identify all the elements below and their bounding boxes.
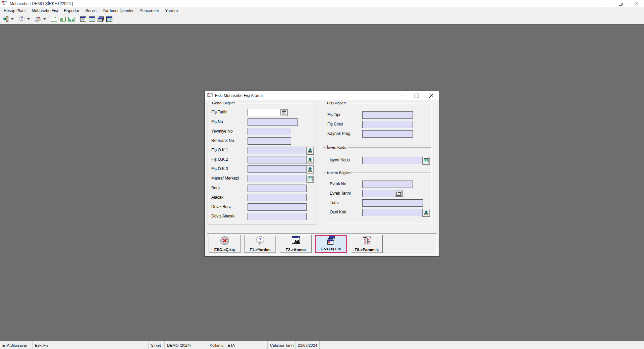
user-dropdown-arrow[interactable]: [42, 15, 47, 23]
status-company-name: ETA Bilgisayar: [0, 341, 33, 349]
calendar-icon[interactable]: [395, 191, 402, 197]
doviz-borc-field[interactable]: [248, 203, 307, 211]
stamp-lookup-icon[interactable]: [306, 165, 314, 173]
referans-no-field[interactable]: [248, 137, 291, 145]
grid-icon[interactable]: [105, 15, 114, 23]
f7-fis-listesi-button[interactable]: F7->Fiş Lis.: [315, 235, 347, 253]
field-label: Fiş Ö.K.1: [211, 148, 228, 152]
toolbar-separator: [115, 15, 115, 23]
exit-dropdown-arrow[interactable]: [10, 15, 14, 23]
fis-tipi-field[interactable]: [362, 111, 413, 119]
field-label: Fiş Tarihi: [211, 110, 227, 114]
dialog-icon: [207, 93, 213, 99]
parameters-icon: [361, 236, 373, 247]
stamp-lookup-icon[interactable]: [422, 209, 430, 217]
search-dialog: Eski Muhasebe Fişi Arama Genel Bilgiler …: [204, 91, 439, 257]
window-list-icon[interactable]: [58, 15, 67, 23]
window-new-icon[interactable]: [50, 15, 58, 23]
isyeri-kodu-field[interactable]: [362, 157, 430, 164]
user-icon[interactable]: [34, 15, 42, 23]
field-label: Tutar: [330, 200, 339, 205]
window-columns-icon[interactable]: [67, 15, 76, 23]
status-empty: [320, 341, 644, 349]
group-label: Kalem Bilgileri: [326, 170, 353, 175]
alacak-field[interactable]: [248, 194, 307, 201]
mdi-area: Eski Muhasebe Fişi Arama Genel Bilgiler …: [0, 24, 644, 341]
svg-text:?: ?: [21, 16, 23, 20]
calendar-icon[interactable]: [280, 109, 287, 115]
stamp-lookup-icon[interactable]: [306, 156, 314, 164]
menu-muhasebe-fisi[interactable]: Muhasebe Fişi: [29, 8, 61, 14]
stamp-lookup-icon[interactable]: [306, 147, 314, 155]
field-label: Referans No: [211, 138, 234, 143]
fis-cinsi-field[interactable]: [362, 121, 413, 128]
dialog-close-button[interactable]: [424, 91, 439, 100]
dialog-titlebar[interactable]: Eski Muhasebe Fişi Arama: [205, 91, 439, 100]
group-kalem-bilgileri: Kalem Bilgileri Evrak No Evrak Tarihi Tu…: [323, 173, 431, 223]
menu-servis[interactable]: Servis: [82, 8, 99, 14]
group-label: Fiş Bilgileri: [326, 101, 347, 105]
status-sirket-label: Şirket: [149, 341, 165, 349]
svg-text:?: ?: [259, 237, 262, 243]
help-dropdown-arrow[interactable]: [26, 15, 31, 23]
menu-raporlar[interactable]: Raporlar: [61, 8, 82, 14]
fis-ok1-field[interactable]: [248, 147, 314, 154]
menu-pencereler[interactable]: Pencereler: [137, 8, 162, 14]
doviz-alacak-field[interactable]: [248, 213, 307, 220]
close-button[interactable]: [629, 0, 644, 7]
documents-stack-icon[interactable]: [96, 15, 105, 23]
fis-ok3-field[interactable]: [248, 165, 314, 173]
field-label: Döviz Alacak: [211, 214, 234, 218]
masraf-merkezi-field[interactable]: [248, 175, 314, 182]
fis-ok2-field[interactable]: [248, 156, 314, 163]
borc-field[interactable]: [248, 185, 307, 192]
statusbar: ETA Bilgisayar Eski Fiş Şirket DEMO (202…: [0, 341, 644, 349]
minimize-button[interactable]: [598, 0, 613, 7]
table-lookup-icon[interactable]: [306, 175, 314, 183]
menu-hesap-plani[interactable]: Hesap Planı: [1, 8, 29, 14]
fis-no-field[interactable]: [248, 118, 298, 126]
toolbar: ?: [0, 14, 644, 24]
help-icon[interactable]: ?: [17, 15, 26, 23]
field-label: Alacak: [211, 195, 223, 200]
menu-yardimci-islemler[interactable]: Yardımcı İşlemler: [100, 8, 137, 14]
dialog-minimize-button[interactable]: [394, 91, 409, 100]
field-label: Borç: [211, 186, 220, 190]
fis-tarihi-field[interactable]: [248, 109, 288, 116]
window-title: Muhasebe [ DEMO ŞİRKETİ/2024 ]: [10, 1, 73, 6]
tutar-field[interactable]: [362, 199, 423, 207]
document-icon[interactable]: [79, 15, 88, 23]
field-label: İşyeri Kodu: [330, 158, 350, 162]
exit-icon[interactable]: [1, 15, 10, 23]
app-icon: [2, 1, 7, 7]
restore-button[interactable]: [613, 0, 629, 7]
field-label: Masraf Merkezi: [211, 176, 239, 181]
yevmiye-no-field[interactable]: [248, 128, 291, 135]
esc-cikis-button[interactable]: ESC->Çıkış: [209, 235, 240, 253]
evrak-no-field[interactable]: [362, 181, 413, 188]
ozel-kod-field[interactable]: [362, 209, 430, 216]
document-mosaic-icon[interactable]: [88, 15, 96, 23]
fis-list-icon: [326, 235, 337, 247]
dialog-maximize-button[interactable]: [409, 91, 424, 100]
toolbar-separator: [16, 15, 16, 23]
evrak-tarihi-field[interactable]: [362, 190, 402, 197]
toolbar-separator: [32, 15, 32, 23]
dialog-button-panel: ESC->Çıkış ? F1->Yardım F2->Arama F7->Fi…: [207, 233, 437, 255]
group-label: İşyeri Kodu: [326, 145, 348, 150]
f8-parametreler-button[interactable]: F8->Paramet.: [351, 235, 383, 253]
kaynak-prog-field[interactable]: [362, 130, 413, 138]
status-module: Eski Fiş: [33, 341, 149, 349]
group-genel-bilgiler: Genel Bilgiler Fiş Tarihi Fiş No Yevmiye…: [208, 103, 317, 225]
group-label: Genel Bilgiler: [211, 101, 236, 105]
status-kullanici-value: ETA: [225, 341, 268, 349]
dialog-client: Genel Bilgiler Fiş Tarihi Fiş No Yevmiye…: [205, 100, 439, 256]
menu-yardim[interactable]: Yardım: [162, 8, 181, 14]
status-calisma-tarihi-value: 23/07/2024: [296, 341, 320, 349]
table-lookup-icon[interactable]: [422, 157, 430, 165]
field-label: Fiş Ö.K.3: [211, 166, 228, 171]
f2-arama-button[interactable]: F2->Arama: [280, 235, 312, 253]
field-label: Özel Kod: [330, 210, 346, 214]
f1-yardim-button[interactable]: ? F1->Yardım: [244, 235, 276, 253]
menubar: Hesap Planı Muhasebe Fişi Raporlar Servi…: [0, 7, 644, 14]
